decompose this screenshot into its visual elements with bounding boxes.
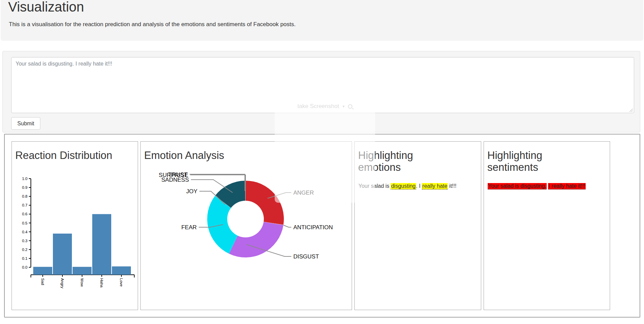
plain-segment: it!!!: [448, 183, 456, 189]
post-text-input[interactable]: [11, 57, 634, 113]
page-title: Visualization: [8, 0, 84, 15]
svg-text:TRUST: TRUST: [168, 172, 188, 178]
svg-text:Haha: Haha: [100, 278, 104, 288]
svg-text:0.7: 0.7: [22, 203, 27, 207]
plain-segment: Your salad is: [358, 183, 391, 189]
svg-text:0.2: 0.2: [22, 248, 27, 252]
highlighted-segment: really hate: [422, 183, 448, 190]
svg-text:SURPRISE: SURPRISE: [159, 172, 188, 178]
cards-row: Reaction Distribution 0.00.10.20.30.40.5…: [12, 141, 610, 310]
page-subtitle: This is a visualisation for the reaction…: [9, 21, 296, 28]
svg-text:Angry: Angry: [60, 278, 64, 288]
plain-segment: . I: [416, 183, 422, 189]
results-panel: Reaction Distribution 0.00.10.20.30.40.5…: [4, 134, 640, 318]
svg-text:ANGER: ANGER: [293, 190, 314, 196]
highlighted-segment: disgusting: [391, 183, 416, 190]
svg-text:0.8: 0.8: [22, 194, 27, 198]
highlighting-emotions-title: Highlighting emotions: [358, 150, 440, 173]
sentiments-highlighted-text: Your salad is disgusting. I really hate …: [488, 182, 606, 190]
highlighting-sentiments-title: Highlighting sentiments: [487, 150, 569, 173]
svg-text:1.0: 1.0: [22, 177, 27, 181]
svg-text:JOY: JOY: [186, 188, 197, 195]
svg-text:SADNESS: SADNESS: [161, 177, 189, 183]
svg-text:Sad: Sad: [41, 278, 45, 285]
svg-text:ANTICIPATION: ANTICIPATION: [293, 224, 333, 231]
svg-text:0.6: 0.6: [22, 212, 27, 216]
svg-text:0.3: 0.3: [22, 239, 27, 243]
page-header: Visualization This is a visualisation fo…: [1, 0, 643, 41]
reaction-bar-chart: 0.00.10.20.30.40.50.60.70.80.91.0SadAngr…: [12, 142, 138, 310]
reaction-distribution-card: Reaction Distribution 0.00.10.20.30.40.5…: [12, 141, 138, 310]
svg-text:DISGUST: DISGUST: [293, 253, 319, 260]
highlighted-segment: I really hate it!!!: [548, 183, 586, 190]
post-input-panel: Submit: [2, 51, 640, 132]
highlighting-sentiments-card: Highlighting sentiments Your salad is di…: [484, 141, 610, 310]
submit-button[interactable]: Submit: [11, 117, 40, 130]
svg-text:0.9: 0.9: [22, 185, 27, 190]
svg-text:0.5: 0.5: [22, 221, 27, 225]
emotions-highlighted-text: Your salad is disgusting. I really hate …: [358, 182, 477, 190]
svg-text:0.1: 0.1: [22, 256, 27, 260]
highlighted-segment: Your salad is disgusting.: [488, 183, 547, 190]
visualization-page: Visualization This is a visualisation fo…: [0, 0, 644, 324]
reaction-distribution-title: Reaction Distribution: [15, 150, 138, 162]
svg-text:FEAR: FEAR: [181, 224, 197, 231]
emotion-analysis-title: Emotion Analysis: [144, 150, 352, 162]
svg-text:0.4: 0.4: [22, 230, 28, 234]
emotion-donut-chart: ANGERANTICIPATIONDISGUSTFEARJOYSADNESSSU…: [141, 142, 352, 310]
svg-text:0.0: 0.0: [22, 265, 27, 269]
svg-text:Wow: Wow: [80, 278, 84, 287]
highlighting-emotions-card: Highlighting emotions Your salad is disg…: [354, 141, 481, 310]
svg-text:Love: Love: [119, 278, 123, 287]
emotion-analysis-card: Emotion Analysis ANGERANTICIPATIONDISGUS…: [140, 141, 352, 310]
